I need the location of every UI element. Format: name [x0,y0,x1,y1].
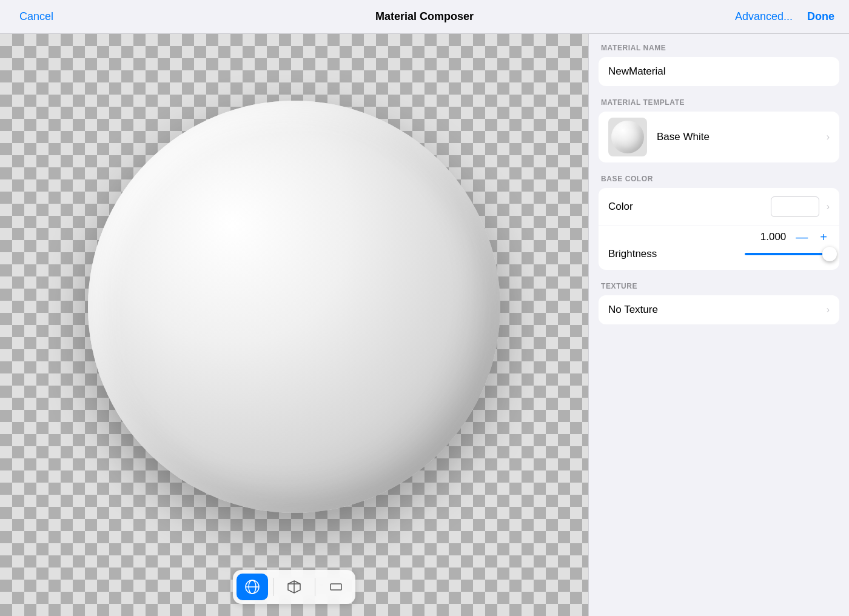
base-color-section-label: BASE COLOR [589,165,849,188]
material-template-section-label: MATERIAL TEMPLATE [589,89,849,112]
preview-toolbar [0,570,588,604]
texture-name-label: No Texture [608,304,822,316]
brightness-value-row: 1.000 — + [608,231,830,243]
app-header: Cancel Material Composer Advanced... Don… [0,0,849,34]
brightness-minus-button[interactable]: — [793,231,810,243]
template-name-label: Base White [657,131,822,143]
plane-view-button[interactable] [320,574,352,600]
texture-card: No Texture › [599,295,839,324]
svg-rect-6 [331,584,341,590]
color-chevron-icon: › [827,201,830,212]
material-template-card: Base White › [599,112,839,162]
toolbar-divider [273,578,273,596]
main-content: MATERIAL NAME MATERIAL TEMPLATE Base Whi… [0,34,849,616]
sphere-container [0,34,588,616]
app-title: Material Composer [375,10,474,23]
brightness-plus-button[interactable]: + [817,231,830,243]
sphere-view-button[interactable] [237,574,268,600]
template-chevron-icon: › [827,132,830,142]
color-swatch[interactable] [771,196,819,217]
texture-row[interactable]: No Texture › [599,295,839,324]
template-sphere-preview [611,121,644,153]
preview-pane [0,34,588,616]
brightness-slider-row: Brightness [608,248,830,260]
brightness-section: 1.000 — + Brightness [599,226,839,270]
brightness-slider-thumb[interactable] [822,247,837,261]
texture-chevron-icon: › [827,304,830,315]
brightness-slider-track[interactable] [745,253,830,255]
right-panel: MATERIAL NAME MATERIAL TEMPLATE Base Whi… [588,34,849,616]
color-swatch-container: › [771,196,830,217]
material-name-section-label: MATERIAL NAME [589,34,849,57]
material-name-card [599,57,839,86]
toolbar-divider-2 [315,578,315,596]
cube-icon [286,578,303,595]
cancel-button[interactable]: Cancel [15,8,58,25]
material-sphere-preview [88,101,500,513]
sphere-icon [244,578,261,595]
cube-view-button[interactable] [278,574,310,600]
base-color-card: Color › 1.000 — + Brightness [599,188,839,270]
texture-section-label: TEXTURE [589,272,849,295]
plane-icon [327,578,344,595]
template-row[interactable]: Base White › [599,112,839,162]
toolbar-group [233,570,355,604]
advanced-button[interactable]: Advanced... [730,8,797,25]
brightness-value-display: 1.000 [757,231,786,243]
brightness-label: Brightness [608,248,740,260]
header-right-actions: Advanced... Done [730,8,834,25]
color-row: Color › [599,188,839,226]
material-name-input[interactable] [599,57,839,86]
done-button[interactable]: Done [807,10,834,23]
template-thumbnail [608,118,647,156]
color-row-label: Color [608,201,771,213]
